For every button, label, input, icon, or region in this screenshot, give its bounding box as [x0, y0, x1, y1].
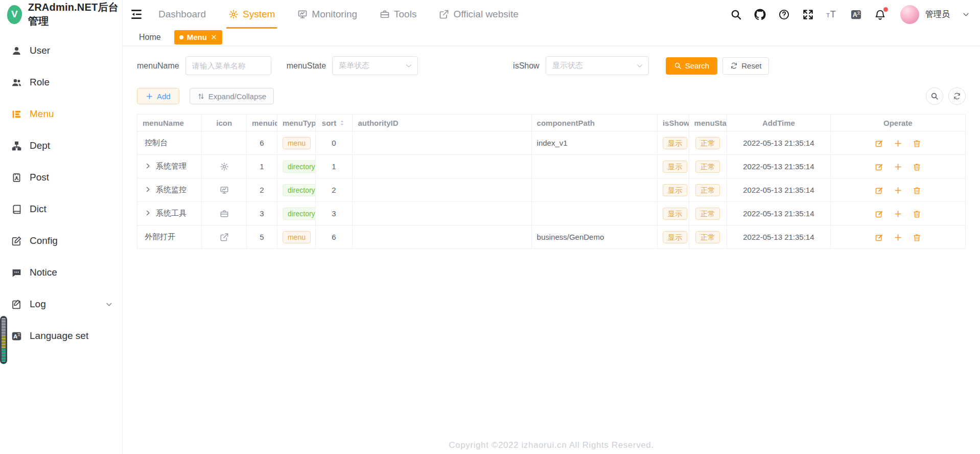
sidebar-item-dept[interactable]: Dept [0, 130, 122, 162]
expand-collapse-icon [197, 93, 205, 100]
cell-is-show: 显示 [657, 178, 689, 202]
delete-icon[interactable] [913, 233, 921, 242]
nav-item-system[interactable]: System [228, 0, 275, 29]
is-show-tag: 显示 [663, 184, 687, 196]
sidebar-item-log[interactable]: Log [0, 288, 122, 320]
menu-name-text: 外部打开 [145, 232, 175, 241]
sidebar-item-label: Notice [30, 267, 57, 278]
menu-state-select[interactable]: 菜单状态 [332, 56, 418, 75]
text-size-icon[interactable]: TT [826, 9, 838, 20]
plus-icon[interactable] [894, 163, 902, 171]
column-label: AddTime [762, 119, 795, 127]
filter-form: menuName menuState 菜单状态 isShow 显示状态 Sear… [137, 56, 966, 75]
tab-home[interactable]: Home [137, 30, 163, 44]
table-toolbar: Add Expand/Collapse [137, 87, 966, 105]
expand-collapse-button[interactable]: Expand/Collapse [190, 88, 274, 104]
fullscreen-icon[interactable] [802, 9, 814, 20]
svg-text:A: A [13, 333, 17, 339]
avatar[interactable] [900, 5, 919, 24]
add-button-label: Add [157, 92, 171, 101]
chevron-right-icon[interactable] [145, 210, 151, 216]
sort-control[interactable]: sort [322, 119, 346, 127]
plus-icon[interactable] [894, 139, 902, 148]
column-header-isshow: isShow [657, 115, 689, 131]
edit-icon[interactable] [875, 139, 883, 148]
is-show-tag: 显示 [663, 231, 687, 243]
sort-caret-icon[interactable] [338, 119, 346, 127]
tab-menu[interactable]: Menu [174, 30, 222, 44]
cell-add-time: 2022-05-13 21:35:14 [727, 155, 831, 178]
sidebar-item-post[interactable]: Post [0, 162, 122, 193]
translate-icon[interactable]: A文 [850, 9, 862, 20]
table-header-row: menuNameiconmenuidmenuTypesortauthorityI… [137, 115, 966, 131]
delete-icon[interactable] [913, 139, 921, 148]
cell-operate [830, 155, 965, 178]
chevron-right-icon[interactable] [145, 186, 151, 193]
bell-icon[interactable] [874, 9, 886, 20]
sidebar-item-role[interactable]: Role [0, 66, 122, 98]
sidebar-item-dict[interactable]: Dict [0, 193, 122, 225]
cell-sort: 1 [315, 155, 353, 178]
cell-icon-col [202, 178, 247, 202]
question-icon[interactable] [778, 9, 790, 20]
cell-sort: 0 [315, 131, 353, 155]
nav-item-official-website[interactable]: Official website [439, 0, 518, 29]
app-title: ZRAdmin.NET后台管理 [28, 1, 122, 28]
cell-authority-id [353, 202, 531, 225]
show-search-button[interactable] [926, 87, 943, 105]
plus-icon[interactable] [894, 210, 902, 218]
cell-menu-state: 正常 [689, 178, 727, 202]
add-button[interactable]: Add [137, 88, 179, 104]
cell-menuid: 3 [246, 202, 277, 225]
search-button[interactable]: Search [666, 57, 718, 75]
column-label: menuName [143, 119, 184, 127]
chevron-down-icon[interactable] [962, 11, 970, 18]
column-label: sort [322, 119, 336, 127]
cell-authority-id [353, 178, 531, 202]
logo-icon: V [7, 5, 22, 24]
sidebar-item-notice[interactable]: Notice [0, 257, 122, 288]
is-show-select[interactable]: 显示状态 [546, 56, 649, 75]
delete-icon[interactable] [913, 210, 921, 218]
minimap-widget[interactable] [0, 316, 7, 364]
collapse-menu-icon[interactable] [130, 8, 143, 21]
nav-item-monitoring[interactable]: Monitoring [297, 0, 357, 29]
column-header-menustate: menuState [689, 115, 727, 131]
edit-icon[interactable] [875, 233, 883, 242]
cell-sort: 2 [315, 178, 353, 202]
sidebar-item-language-set[interactable]: A文Language set [0, 320, 122, 352]
refresh-table-button[interactable] [948, 87, 966, 105]
column-header-sort[interactable]: sort [315, 115, 353, 131]
app-logo[interactable]: V ZRAdmin.NET后台管理 [0, 0, 122, 29]
monitor-icon [297, 9, 308, 19]
top-header: DashboardSystemMonitoringToolsOfficial w… [123, 0, 980, 29]
sidebar-item-menu[interactable]: Menu [0, 98, 122, 130]
dict-icon [11, 204, 22, 215]
cell-icon-col [202, 202, 247, 225]
is-show-tag: 显示 [663, 137, 687, 149]
is-show-placeholder: 显示状态 [552, 61, 583, 71]
cell-add-time: 2022-05-13 21:35:14 [727, 225, 831, 249]
table-row: 控制台6menu0index_v1显示正常2022-05-13 21:35:14 [137, 131, 966, 155]
delete-icon[interactable] [913, 186, 921, 195]
github-icon[interactable] [754, 9, 766, 20]
edit-icon[interactable] [875, 186, 883, 195]
delete-icon[interactable] [913, 163, 921, 171]
menu-name-input[interactable] [185, 56, 271, 75]
edit-icon[interactable] [875, 163, 883, 171]
reset-button[interactable]: Reset [722, 57, 769, 75]
chevron-right-icon[interactable] [145, 163, 151, 169]
nav-item-dashboard[interactable]: Dashboard [158, 0, 206, 29]
cell-menu-state: 正常 [689, 225, 727, 249]
search-icon[interactable] [730, 9, 742, 20]
close-icon[interactable] [211, 34, 217, 40]
plus-icon[interactable] [894, 233, 902, 242]
sidebar-item-config[interactable]: Config [0, 225, 122, 257]
plus-icon[interactable] [894, 186, 902, 195]
cell-menu-name: 外部打开 [137, 225, 202, 249]
edit-icon[interactable] [875, 210, 883, 218]
column-label: menuState [694, 119, 727, 127]
cell-menuid: 2 [246, 178, 277, 202]
nav-item-tools[interactable]: Tools [380, 0, 416, 29]
sidebar-item-user[interactable]: User [0, 35, 122, 66]
